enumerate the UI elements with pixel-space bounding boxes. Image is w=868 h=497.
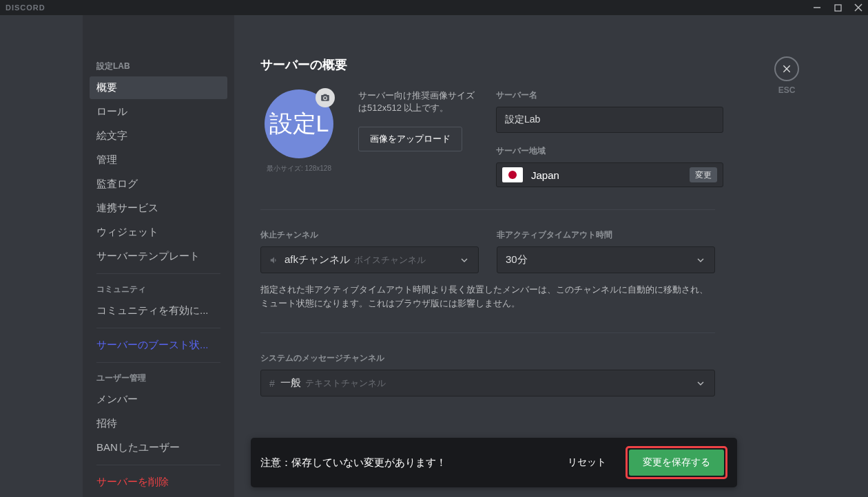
sidebar-item-bans[interactable]: BANしたユーザー [90, 436, 227, 459]
timeout-value: 30分 [506, 253, 528, 266]
brand: DISCORD [6, 3, 45, 12]
content: サーバーの概要 設定L 最小サイズ: 128x128 サーバー向け推奨画像サイズ… [234, 15, 820, 497]
titlebar: DISCORD [0, 0, 868, 15]
sidebar-item-overview[interactable]: 概要 [90, 76, 227, 99]
divider [96, 273, 220, 274]
afk-channel-label: 休止チャンネル [260, 229, 479, 241]
server-avatar[interactable]: 設定L [265, 89, 333, 158]
sidebar-item-widget[interactable]: ウィジェット [90, 221, 227, 244]
server-name-input[interactable] [496, 107, 723, 133]
chevron-down-icon [459, 255, 470, 266]
divider [260, 209, 715, 210]
maximize-button[interactable] [834, 3, 842, 12]
volume-icon [269, 255, 279, 265]
min-size-text: 最小サイズ: 128x128 [267, 164, 331, 173]
divider [96, 328, 220, 328]
sidebar-item-integrations[interactable]: 連携サービス [90, 197, 227, 220]
timeout-label: 非アクティブタイムアウト時間 [497, 229, 715, 241]
section-header-community: コミュニティ [90, 279, 227, 299]
hash-icon: # [269, 378, 275, 389]
sysmsg-label: システムのメッセージチャンネル [260, 352, 792, 364]
upload-image-button[interactable]: 画像をアップロード [358, 127, 462, 151]
sidebar-item-invites[interactable]: 招待 [90, 412, 227, 435]
sysmsg-placeholder: テキストチャンネル [305, 377, 386, 390]
avatar-initials: 設定L [269, 108, 329, 140]
sidebar-item-template[interactable]: サーバーテンプレート [90, 245, 227, 268]
sidebar-item-delete-server[interactable]: サーバーを削除 [90, 471, 227, 494]
page-title: サーバーの概要 [260, 56, 792, 73]
region-value: Japan [531, 169, 690, 181]
save-changes-button[interactable]: 変更を保存する [629, 450, 724, 476]
divider [96, 362, 220, 363]
close-window-button[interactable] [854, 3, 862, 12]
afk-description: 指定された非アクティブタイムアウト時間より長く放置したメンバーは、このチャンネル… [260, 283, 715, 310]
region-selector[interactable]: Japan 変更 [496, 162, 723, 187]
svg-rect-1 [835, 5, 841, 11]
close-label: ESC [778, 85, 796, 95]
window-controls [813, 3, 862, 12]
server-region-label: サーバー地域 [496, 145, 723, 157]
afk-placeholder: ボイスチャンネル [354, 254, 426, 266]
left-gutter [0, 15, 83, 497]
afk-channel-value: afkチャンネル [285, 253, 350, 266]
divider [96, 465, 220, 465]
upload-badge-icon[interactable] [316, 88, 335, 107]
close-settings-button[interactable] [774, 56, 799, 81]
unsaved-changes-bar: 注意：保存していない変更があります！ リセット 変更を保存する [251, 438, 737, 487]
sysmsg-channel-select[interactable]: # 一般 テキストチャンネル [260, 370, 715, 396]
section-header-server: 設定LAB [90, 56, 227, 76]
save-button-highlight: 変更を保存する [626, 446, 727, 479]
server-name-label: サーバー名 [496, 89, 723, 101]
settings-sidebar: 設定LAB 概要 ロール 絵文字 管理 監査ログ 連携サービス ウィジェット サ… [83, 15, 234, 497]
unsaved-message: 注意：保存していない変更があります！ [260, 456, 446, 469]
sidebar-item-moderation[interactable]: 管理 [90, 149, 227, 171]
sidebar-item-enable-community[interactable]: コミュニティを有効に... [90, 299, 227, 322]
sidebar-item-roles[interactable]: ロール [90, 101, 227, 123]
sidebar-item-boost-status[interactable]: サーバーのブースト状... [90, 334, 227, 357]
flag-japan-icon [502, 167, 523, 182]
afk-channel-select[interactable]: afkチャンネル ボイスチャンネル [260, 246, 479, 273]
section-header-user-management: ユーザー管理 [90, 368, 227, 388]
change-region-button[interactable]: 変更 [690, 167, 717, 182]
sidebar-item-emoji[interactable]: 絵文字 [90, 125, 227, 147]
upload-hint: サーバー向け推奨画像サイズは512x512 以上です。 [358, 89, 475, 114]
sidebar-item-members[interactable]: メンバー [90, 388, 227, 411]
timeout-select[interactable]: 30分 [497, 246, 715, 273]
minimize-button[interactable] [813, 3, 821, 12]
divider [260, 332, 715, 333]
sidebar-item-audit-log[interactable]: 監査ログ [90, 173, 227, 195]
sysmsg-value: 一般 [280, 377, 301, 390]
chevron-down-icon [695, 255, 706, 266]
chevron-down-icon [695, 378, 706, 389]
reset-button[interactable]: リセット [559, 451, 614, 474]
right-gutter [820, 15, 868, 497]
